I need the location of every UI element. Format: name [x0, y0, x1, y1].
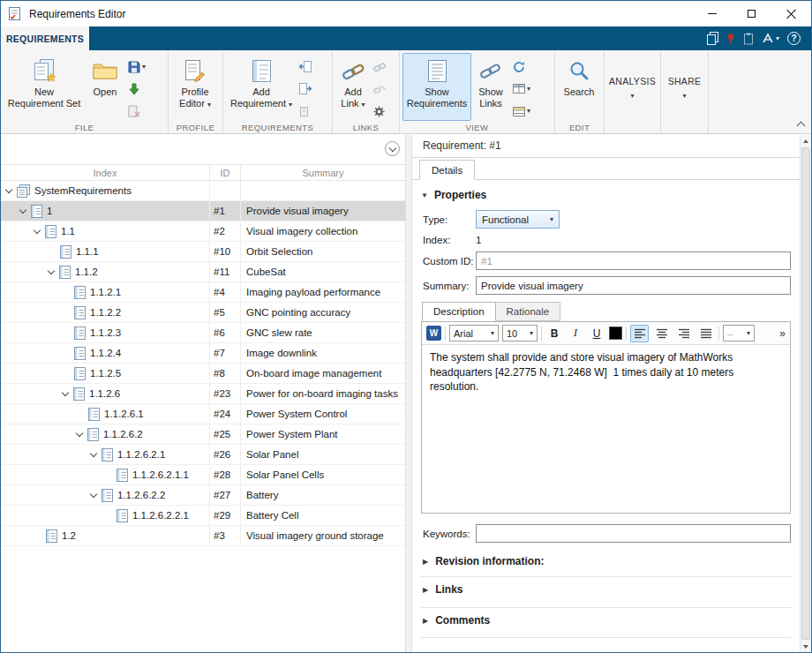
collapse-chevron-icon[interactable]: [62, 389, 69, 396]
import-button[interactable]: [125, 79, 148, 98]
export-button[interactable]: [125, 102, 148, 121]
tree-index-label: 1.1.2.5: [90, 368, 121, 379]
underline-button[interactable]: U: [588, 325, 605, 342]
link-settings-button[interactable]: [371, 102, 388, 121]
collapse-panel-button[interactable]: [385, 141, 400, 156]
tree-row[interactable]: 1.2#3Visual imagery ground storage: [1, 526, 405, 546]
tab-rationale[interactable]: Rationale: [496, 302, 561, 321]
word-export-icon[interactable]: W: [426, 326, 441, 341]
tree-row[interactable]: 1.1.2.6.2.1#26Solar Panel: [1, 445, 405, 465]
collapse-chevron-icon[interactable]: [90, 450, 97, 457]
show-links-button[interactable]: Show Links: [471, 53, 510, 121]
align-right-button[interactable]: [674, 325, 693, 342]
collapse-chevron-icon[interactable]: [90, 491, 97, 498]
tab-requirements[interactable]: REQUIREMENTS: [1, 26, 89, 50]
help-icon[interactable]: ?: [787, 32, 801, 45]
new-requirement-set-button[interactable]: New Requirement Set: [4, 53, 85, 121]
columns-button[interactable]: ▾: [510, 79, 533, 98]
close-button[interactable]: [771, 1, 811, 26]
tree-row[interactable]: 1.1.2#11CubeSat: [1, 262, 405, 282]
tree-row[interactable]: 1.1.2.6.2.2.1#29Battery Cell: [1, 506, 405, 526]
font-family-dropdown[interactable]: Arial ▾: [449, 325, 499, 342]
layout-options-icon[interactable]: ▾: [762, 33, 779, 44]
pin-icon[interactable]: [726, 33, 735, 45]
refresh-button[interactable]: [510, 57, 533, 76]
tree-row[interactable]: 1.1.2.1#4Imaging payload performance: [1, 282, 405, 303]
bold-button[interactable]: B: [545, 325, 563, 342]
collapse-chevron-icon[interactable]: [34, 227, 41, 234]
list-style-dropdown[interactable]: – ▾: [723, 325, 755, 342]
tab-description[interactable]: Description: [422, 302, 496, 321]
custom-id-input[interactable]: [476, 251, 791, 270]
tree-row[interactable]: 1.1.2.2#5GNC pointing accuracy: [1, 303, 405, 323]
tree-index-label: 1: [47, 206, 52, 216]
paste-link-button[interactable]: [371, 79, 388, 98]
type-dropdown[interactable]: Functional ▾: [476, 210, 560, 229]
description-text[interactable]: The system shall provide and store visua…: [422, 345, 790, 513]
promote-requirement-button[interactable]: [297, 57, 314, 76]
column-header-id[interactable]: ID: [210, 165, 241, 180]
collapse-chevron-icon[interactable]: [5, 186, 12, 193]
share-menu-button[interactable]: SHARE ▾: [661, 50, 709, 133]
demote-requirement-button[interactable]: [297, 79, 314, 98]
paste-view-icon[interactable]: [743, 33, 754, 45]
comments-section-header[interactable]: ▶ Comments: [421, 607, 791, 633]
tab-details[interactable]: Details: [419, 160, 475, 180]
summary-input[interactable]: [476, 276, 791, 295]
collapse-chevron-icon[interactable]: [19, 206, 26, 214]
analysis-menu-button[interactable]: ANALYSIS ▾: [605, 50, 661, 133]
tree-row[interactable]: 1.1.2.6.1#24Power System Control: [1, 404, 405, 424]
align-justify-button[interactable]: [696, 325, 715, 342]
minimize-button[interactable]: [692, 1, 732, 26]
list-style-caret-icon: ▾: [747, 330, 750, 337]
collapse-chevron-icon[interactable]: [48, 267, 55, 274]
toolbar-overflow-button[interactable]: »: [779, 327, 786, 340]
align-justify-icon: [700, 328, 712, 339]
delete-requirement-button[interactable]: [297, 102, 314, 121]
tree-row[interactable]: 1.1.2.6#23Power for on-board imaging tas…: [1, 384, 405, 404]
details-scrollbar[interactable]: [800, 135, 811, 652]
tree-row[interactable]: 1.1.2.6.2.2#27Battery: [1, 485, 405, 506]
tree-row[interactable]: 1.1.2.6.2#25Power System Plant: [1, 424, 405, 445]
toolstrip-tab-bar: REQUIREMENTS ▾ ?: [1, 26, 811, 50]
requirement-icon: [87, 428, 99, 441]
properties-section-header[interactable]: ▼ Properties: [421, 184, 791, 206]
copy-view-icon[interactable]: [707, 32, 718, 45]
tree-row[interactable]: 1#1Provide visual imagery: [1, 201, 405, 221]
column-header-index[interactable]: Index: [1, 165, 210, 180]
scrollbar-thumb[interactable]: [801, 147, 810, 640]
search-label: Search: [564, 86, 595, 98]
add-link-button[interactable]: Add Link ▾: [335, 53, 371, 121]
keywords-input[interactable]: [476, 524, 791, 543]
panel-splitter[interactable]: [405, 135, 412, 652]
collapse-toolstrip-button[interactable]: [798, 123, 804, 129]
show-requirements-button[interactable]: Show Requirements: [402, 53, 471, 121]
add-requirement-button[interactable]: Add Requirement ▾: [226, 53, 297, 121]
tree-row[interactable]: 1.1.2.5#8On-board image management: [1, 364, 405, 384]
scroll-down-button[interactable]: [801, 641, 811, 652]
tree-row[interactable]: 1.1.2.6.2.1.1#28Solar Panel Cells: [1, 465, 405, 485]
tree-row[interactable]: 1.1.2.3#6GNC slew rate: [1, 323, 405, 343]
align-center-button[interactable]: [652, 325, 671, 342]
links-section-header[interactable]: ▶ Links: [421, 576, 791, 602]
tree-row[interactable]: 1.1.1#10Orbit Selection: [1, 242, 405, 262]
column-header-summary[interactable]: Summary: [241, 165, 405, 180]
font-size-dropdown[interactable]: 10 ▾: [502, 325, 538, 342]
tree-row[interactable]: 1.1#2Visual imagery collection: [1, 221, 405, 242]
collapse-chevron-icon[interactable]: [76, 430, 83, 437]
tree-row[interactable]: 1.1.2.4#7Image downlink: [1, 343, 405, 364]
italic-button[interactable]: I: [567, 325, 584, 342]
scroll-up-button[interactable]: [801, 135, 811, 146]
copy-link-button[interactable]: [371, 57, 388, 76]
tree-row[interactable]: SystemRequirements: [1, 181, 405, 201]
revision-information-section-header[interactable]: ▶ Revision information:: [421, 552, 791, 571]
open-button[interactable]: Open: [85, 53, 125, 121]
filter-button[interactable]: ▾: [510, 102, 533, 121]
align-left-button[interactable]: [630, 325, 649, 342]
add-link-caret-icon: ▾: [362, 101, 365, 109]
search-button[interactable]: Search: [558, 53, 600, 121]
maximize-button[interactable]: [732, 1, 771, 26]
save-button[interactable]: ▾: [125, 57, 148, 76]
profile-editor-button[interactable]: Profile Editor ▾: [171, 53, 219, 121]
font-color-swatch[interactable]: [609, 326, 622, 340]
